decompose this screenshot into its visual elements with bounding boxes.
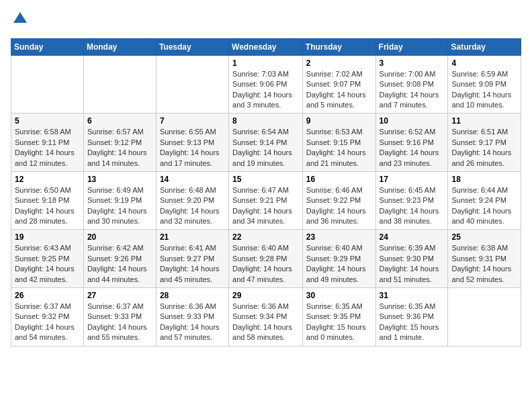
day-number: 26 [15, 291, 80, 300]
calendar-week-1: 1Sunrise: 7:03 AM Sunset: 9:06 PM Daylig… [11, 55, 521, 113]
day-number: 9 [306, 116, 372, 126]
day-number: 25 [451, 232, 517, 242]
calendar-cell: 8Sunrise: 6:54 AM Sunset: 9:14 PM Daylig… [229, 113, 303, 172]
calendar-cell: 24Sunrise: 6:39 AM Sunset: 9:30 PM Dayli… [375, 230, 448, 288]
day-number: 14 [160, 175, 225, 184]
calendar-cell: 21Sunrise: 6:41 AM Sunset: 9:27 PM Dayli… [156, 230, 228, 288]
calendar-cell [156, 55, 228, 113]
day-info: Sunrise: 7:02 AM Sunset: 9:07 PM Dayligh… [306, 69, 372, 111]
calendar-cell: 28Sunrise: 6:36 AM Sunset: 9:33 PM Dayli… [156, 288, 228, 347]
day-info: Sunrise: 6:59 AM Sunset: 9:09 PM Dayligh… [451, 69, 517, 111]
calendar-cell: 16Sunrise: 6:46 AM Sunset: 9:22 PM Dayli… [302, 171, 375, 230]
day-number: 3 [380, 58, 445, 68]
day-info: Sunrise: 6:36 AM Sunset: 9:34 PM Dayligh… [232, 302, 299, 343]
day-info: Sunrise: 6:40 AM Sunset: 9:29 PM Dayligh… [306, 243, 372, 285]
calendar-cell: 3Sunrise: 7:00 AM Sunset: 9:08 PM Daylig… [375, 55, 448, 113]
calendar-week-5: 26Sunrise: 6:37 AM Sunset: 9:32 PM Dayli… [11, 288, 521, 347]
calendar-cell: 23Sunrise: 6:40 AM Sunset: 9:29 PM Dayli… [302, 230, 375, 288]
calendar-cell: 6Sunrise: 6:57 AM Sunset: 9:12 PM Daylig… [83, 113, 156, 172]
day-number: 27 [87, 291, 152, 300]
day-number: 13 [87, 175, 152, 184]
calendar-cell: 31Sunrise: 6:35 AM Sunset: 9:36 PM Dayli… [375, 288, 448, 347]
day-number: 1 [232, 58, 299, 68]
day-info: Sunrise: 6:57 AM Sunset: 9:12 PM Dayligh… [87, 127, 152, 169]
day-info: Sunrise: 6:51 AM Sunset: 9:17 PM Dayligh… [451, 127, 517, 169]
day-number: 28 [160, 291, 225, 300]
calendar-cell: 14Sunrise: 6:48 AM Sunset: 9:20 PM Dayli… [156, 171, 228, 230]
day-info: Sunrise: 6:41 AM Sunset: 9:27 PM Dayligh… [160, 243, 225, 285]
calendar-cell: 20Sunrise: 6:42 AM Sunset: 9:26 PM Dayli… [83, 230, 156, 288]
calendar-cell: 22Sunrise: 6:40 AM Sunset: 9:28 PM Dayli… [229, 230, 303, 288]
day-number: 10 [380, 116, 445, 126]
day-info: Sunrise: 6:52 AM Sunset: 9:16 PM Dayligh… [380, 127, 445, 169]
day-number: 7 [160, 116, 225, 126]
day-info: Sunrise: 7:00 AM Sunset: 9:08 PM Dayligh… [380, 69, 445, 111]
calendar-cell: 25Sunrise: 6:38 AM Sunset: 9:31 PM Dayli… [448, 230, 521, 288]
calendar-cell: 27Sunrise: 6:37 AM Sunset: 9:33 PM Dayli… [83, 288, 156, 347]
calendar-week-2: 5Sunrise: 6:58 AM Sunset: 9:11 PM Daylig… [11, 113, 521, 172]
day-info: Sunrise: 6:44 AM Sunset: 9:24 PM Dayligh… [451, 185, 517, 227]
page-header [11, 11, 521, 30]
day-info: Sunrise: 6:40 AM Sunset: 9:28 PM Dayligh… [232, 243, 299, 285]
day-number: 30 [306, 291, 372, 300]
day-header-thursday: Thursday [302, 38, 375, 55]
calendar-header: SundayMondayTuesdayWednesdayThursdayFrid… [11, 38, 521, 55]
day-number: 20 [87, 232, 152, 242]
day-number: 24 [380, 232, 445, 242]
calendar-cell [83, 55, 156, 113]
calendar-cell: 12Sunrise: 6:50 AM Sunset: 9:18 PM Dayli… [11, 171, 84, 230]
calendar-week-3: 12Sunrise: 6:50 AM Sunset: 9:18 PM Dayli… [11, 171, 521, 230]
calendar-cell: 5Sunrise: 6:58 AM Sunset: 9:11 PM Daylig… [11, 113, 84, 172]
calendar-cell: 26Sunrise: 6:37 AM Sunset: 9:32 PM Dayli… [11, 288, 84, 347]
calendar-cell: 9Sunrise: 6:53 AM Sunset: 9:15 PM Daylig… [302, 113, 375, 172]
day-info: Sunrise: 6:55 AM Sunset: 9:13 PM Dayligh… [160, 127, 225, 169]
day-info: Sunrise: 6:54 AM Sunset: 9:14 PM Dayligh… [232, 127, 299, 169]
day-info: Sunrise: 6:45 AM Sunset: 9:23 PM Dayligh… [380, 185, 445, 227]
day-number: 16 [306, 175, 372, 184]
day-info: Sunrise: 6:47 AM Sunset: 9:21 PM Dayligh… [232, 185, 299, 227]
calendar-cell: 13Sunrise: 6:49 AM Sunset: 9:19 PM Dayli… [83, 171, 156, 230]
day-number: 12 [15, 175, 80, 184]
day-info: Sunrise: 6:58 AM Sunset: 9:11 PM Dayligh… [15, 127, 80, 169]
day-header-sunday: Sunday [11, 38, 84, 55]
calendar-cell: 17Sunrise: 6:45 AM Sunset: 9:23 PM Dayli… [375, 171, 448, 230]
day-info: Sunrise: 6:37 AM Sunset: 9:33 PM Dayligh… [87, 302, 152, 343]
calendar-cell: 1Sunrise: 7:03 AM Sunset: 9:06 PM Daylig… [229, 55, 303, 113]
day-number: 5 [15, 116, 80, 126]
day-number: 22 [232, 232, 299, 242]
calendar-cell: 29Sunrise: 6:36 AM Sunset: 9:34 PM Dayli… [229, 288, 303, 347]
logo [11, 11, 28, 30]
calendar-cell: 30Sunrise: 6:35 AM Sunset: 9:35 PM Dayli… [302, 288, 375, 347]
svg-marker-0 [13, 12, 27, 23]
calendar-week-4: 19Sunrise: 6:43 AM Sunset: 9:25 PM Dayli… [11, 230, 521, 288]
calendar-cell: 10Sunrise: 6:52 AM Sunset: 9:16 PM Dayli… [375, 113, 448, 172]
calendar-cell [11, 55, 84, 113]
day-info: Sunrise: 6:35 AM Sunset: 9:35 PM Dayligh… [306, 302, 372, 343]
day-info: Sunrise: 6:46 AM Sunset: 9:22 PM Dayligh… [306, 185, 372, 227]
day-header-tuesday: Tuesday [156, 38, 228, 55]
calendar-cell: 15Sunrise: 6:47 AM Sunset: 9:21 PM Dayli… [229, 171, 303, 230]
day-number: 15 [232, 175, 299, 184]
day-header-wednesday: Wednesday [229, 38, 303, 55]
calendar-table: SundayMondayTuesdayWednesdayThursdayFrid… [11, 38, 521, 347]
day-number: 29 [232, 291, 299, 300]
day-info: Sunrise: 6:42 AM Sunset: 9:26 PM Dayligh… [87, 243, 152, 285]
day-info: Sunrise: 6:36 AM Sunset: 9:33 PM Dayligh… [160, 302, 225, 343]
day-info: Sunrise: 6:43 AM Sunset: 9:25 PM Dayligh… [15, 243, 80, 285]
day-info: Sunrise: 6:50 AM Sunset: 9:18 PM Dayligh… [15, 185, 80, 227]
calendar-cell: 11Sunrise: 6:51 AM Sunset: 9:17 PM Dayli… [448, 113, 521, 172]
calendar-cell: 18Sunrise: 6:44 AM Sunset: 9:24 PM Dayli… [448, 171, 521, 230]
day-number: 19 [15, 232, 80, 242]
calendar-cell [448, 288, 521, 347]
day-info: Sunrise: 6:35 AM Sunset: 9:36 PM Dayligh… [380, 302, 445, 343]
day-header-friday: Friday [375, 38, 448, 55]
calendar-cell: 7Sunrise: 6:55 AM Sunset: 9:13 PM Daylig… [156, 113, 228, 172]
day-number: 4 [451, 58, 517, 68]
day-number: 23 [306, 232, 372, 242]
day-info: Sunrise: 6:39 AM Sunset: 9:30 PM Dayligh… [380, 243, 445, 285]
day-info: Sunrise: 6:48 AM Sunset: 9:20 PM Dayligh… [160, 185, 225, 227]
calendar-cell: 4Sunrise: 6:59 AM Sunset: 9:09 PM Daylig… [448, 55, 521, 113]
calendar-cell: 2Sunrise: 7:02 AM Sunset: 9:07 PM Daylig… [302, 55, 375, 113]
day-info: Sunrise: 7:03 AM Sunset: 9:06 PM Dayligh… [232, 69, 299, 111]
day-header-monday: Monday [83, 38, 156, 55]
